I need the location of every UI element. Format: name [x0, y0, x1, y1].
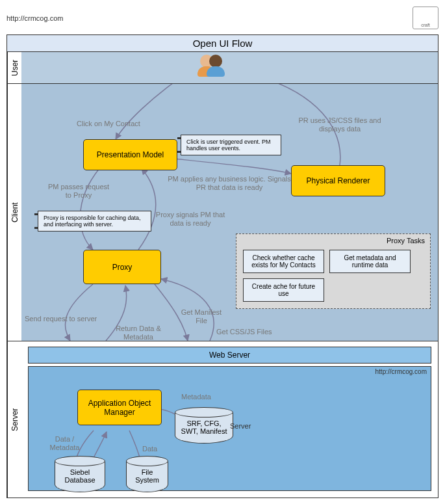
- lane-user-label: User: [7, 52, 21, 83]
- node-proxy: Proxy: [83, 250, 161, 284]
- diagram-container: User Client: [6, 52, 439, 498]
- edge-pr-display: PR uses JS/CSS files and displays data: [294, 116, 385, 133]
- node-file-system: File System: [126, 451, 168, 492]
- note-pm: Click is user triggered event. PM handle…: [181, 135, 281, 155]
- server-inner: http://crmcog.com Application Object Man…: [28, 366, 431, 491]
- source-url: http://crmcog.com: [6, 14, 63, 22]
- lane-user: User: [7, 52, 438, 84]
- lane-client: Client Pres: [7, 84, 438, 341]
- proxy-task-item: Check whether cache exists for My Contac…: [243, 250, 324, 273]
- proxy-tasks-title: Proxy Tasks: [236, 234, 430, 247]
- lane-server-label: Server: [7, 341, 21, 497]
- node-presentation-model: Presentation Model: [83, 139, 177, 170]
- edge-return-data: Return Data & Metadata: [112, 325, 164, 341]
- edge-proxy-to-pm: Proxy signals PM that data is ready: [151, 211, 229, 228]
- lane-client-label: Client: [7, 84, 21, 341]
- note-proxy: Proxy is responsible for caching data, a…: [38, 211, 151, 232]
- node-physical-renderer: Physical Renderer: [291, 165, 385, 196]
- node-web-server: Web Server: [28, 347, 431, 364]
- user-icon: [200, 55, 222, 68]
- proxy-task-item: Get metadata and runtime data: [329, 250, 411, 273]
- edge-send-server: Send request to server: [25, 315, 97, 323]
- edge-get-cssjs: Get CSS/JS Files: [216, 328, 272, 336]
- node-aom: Application Object Manager: [77, 390, 162, 425]
- edge-metadata: Metadata: [181, 393, 211, 401]
- node-siebel-db: Siebel Database: [55, 451, 105, 492]
- edge-get-manifest: Get Manifest File: [175, 308, 227, 325]
- proxy-task-item: Create ache for future use: [243, 278, 324, 302]
- proxy-tasks-panel: Proxy Tasks Check whether cache exists f…: [236, 233, 431, 309]
- edge-pm-to-proxy: PM passes request to Proxy: [46, 183, 111, 200]
- lane-server: Server Web Server http://crmcog.com Appl…: [7, 341, 438, 497]
- edge-user-click: Click on My Contact: [77, 120, 140, 128]
- server-inner-url: http://crmcog.com: [375, 368, 427, 375]
- edge-pm-to-pr: PM applies any business logic. Signals P…: [168, 175, 291, 192]
- edge-data-meta: Data / Metadata: [47, 435, 83, 452]
- diagram-title: Open UI Flow: [6, 34, 439, 52]
- logo-icon: craft: [413, 7, 439, 29]
- node-srf-cylinder: SRF, CFG, SWT, Manifest: [175, 403, 233, 444]
